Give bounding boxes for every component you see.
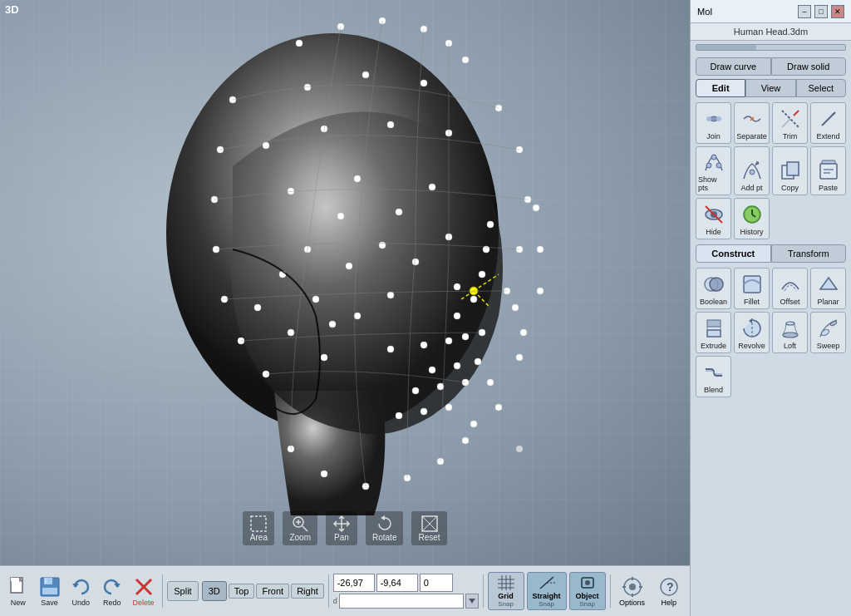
right-panel: MoI – □ ✕ Human Head.3dm Draw curve Draw… (690, 0, 851, 616)
sweep-button[interactable]: Sweep (810, 312, 846, 353)
straight-snap-label: Straight (533, 592, 561, 600)
svg-point-27 (354, 175, 361, 182)
view-3d-button[interactable]: 3D (202, 581, 227, 601)
coord-dropdown[interactable] (465, 594, 479, 609)
object-snap-button[interactable]: Object Snap (569, 572, 606, 610)
svg-point-71 (337, 213, 344, 219)
svg-point-73 (346, 263, 352, 269)
viewport-3d-label: 3D (5, 3, 19, 16)
extrude-button[interactable]: Extrude (696, 312, 731, 353)
boolean-button[interactable]: Boolean (696, 268, 731, 309)
svg-rect-133 (820, 164, 837, 179)
svg-point-35 (454, 313, 460, 319)
select-tab[interactable]: Select (796, 79, 846, 97)
zoom-tool[interactable]: Zoom (283, 511, 317, 545)
svg-point-77 (537, 288, 544, 294)
construct-tab[interactable]: Construct (696, 244, 771, 263)
svg-point-39 (487, 221, 494, 228)
grid-snap-button[interactable]: Grid Snap (488, 572, 524, 610)
svg-point-42 (445, 338, 452, 344)
draw-solid-tab[interactable]: Draw solid (771, 57, 847, 76)
extend-button[interactable]: Extend (810, 102, 846, 144)
svg-point-72 (396, 209, 402, 215)
view-top-button[interactable]: Top (229, 584, 255, 599)
svg-point-59 (487, 379, 494, 386)
rotate-tool[interactable]: Rotate (366, 511, 403, 545)
history-button[interactable]: History (734, 198, 770, 239)
pan-tool[interactable]: Pan (326, 511, 357, 545)
svg-point-34 (454, 283, 460, 290)
view-front-button[interactable]: Front (256, 584, 289, 599)
paste-button[interactable]: Paste (810, 146, 846, 195)
svg-point-83 (516, 446, 523, 452)
help-button[interactable]: ? Help (652, 569, 686, 613)
svg-point-28 (429, 184, 435, 190)
svg-rect-146 (707, 330, 721, 337)
coord-x-input[interactable] (333, 574, 375, 592)
svg-point-74 (412, 259, 419, 265)
reset-tool[interactable]: Reset (411, 511, 446, 545)
svg-point-2 (337, 23, 344, 30)
redo-button[interactable]: Redo (97, 569, 127, 613)
construct-tools-grid: Boolean Fillet (696, 268, 846, 397)
transform-tab[interactable]: Transform (771, 244, 847, 263)
close-button[interactable]: ✕ (831, 5, 844, 18)
fillet-button[interactable]: Fillet (734, 268, 770, 309)
revolve-button[interactable]: Revolve (734, 312, 770, 353)
svg-point-52 (421, 408, 427, 415)
grid-snap-label: Grid (498, 592, 514, 600)
minimize-button[interactable]: – (798, 5, 811, 18)
options-button[interactable]: Options (614, 569, 649, 613)
svg-point-1 (296, 40, 303, 47)
draw-curve-tab[interactable]: Draw curve (696, 57, 771, 76)
grid-snap-sub: Snap (498, 600, 514, 608)
construct-section: Construct Transform Boolean (696, 244, 846, 397)
offset-button[interactable]: Offset (772, 268, 808, 309)
viewport-3d[interactable]: 3D (0, 0, 690, 565)
svg-point-151 (783, 333, 798, 338)
trim-button[interactable]: Trim (772, 102, 808, 144)
area-tool[interactable]: Area (243, 511, 274, 545)
svg-point-53 (445, 404, 452, 411)
coord-y-input[interactable] (376, 574, 418, 592)
toolbar-divider-4 (610, 574, 611, 608)
add-pt-button[interactable]: Add pt (734, 146, 770, 195)
view-tab[interactable]: View (745, 79, 795, 97)
maximize-button[interactable]: □ (814, 5, 828, 18)
svg-point-32 (312, 296, 319, 303)
straight-snap-button[interactable]: Straight Snap (527, 572, 567, 610)
svg-point-62 (512, 304, 519, 311)
delete-button[interactable]: Delete (129, 569, 159, 613)
svg-point-54 (329, 321, 336, 328)
undo-button[interactable]: Undo (66, 569, 96, 613)
svg-point-40 (387, 346, 394, 352)
save-button[interactable]: Save (35, 569, 65, 613)
svg-point-154 (829, 320, 837, 326)
svg-point-63 (520, 329, 527, 336)
svg-point-21 (421, 80, 427, 86)
svg-point-24 (387, 121, 394, 128)
svg-point-66 (321, 471, 327, 477)
show-pts-button[interactable]: Show pts (696, 146, 731, 195)
copy-button[interactable]: Copy (772, 146, 808, 195)
coord-z-input[interactable] (420, 574, 453, 592)
svg-point-33 (387, 292, 394, 298)
blend-button[interactable]: Blend (696, 356, 731, 397)
svg-point-57 (288, 329, 294, 336)
svg-point-109 (585, 580, 590, 585)
loft-button[interactable]: Loft (772, 312, 808, 353)
planar-button[interactable]: Planar (810, 268, 846, 309)
separate-button[interactable]: Separate (734, 102, 770, 144)
view-right-button[interactable]: Right (291, 584, 324, 599)
new-button[interactable]: New (3, 569, 33, 613)
svg-point-60 (495, 404, 502, 411)
svg-point-111 (629, 584, 636, 590)
svg-point-152 (786, 322, 794, 325)
svg-point-49 (437, 383, 444, 390)
hide-button[interactable]: Hide (696, 198, 731, 239)
coord-bar[interactable] (339, 594, 464, 609)
svg-point-123 (706, 163, 711, 168)
edit-tab[interactable]: Edit (696, 79, 745, 97)
split-button[interactable]: Split (167, 581, 198, 601)
join-button[interactable]: Join (696, 102, 731, 144)
